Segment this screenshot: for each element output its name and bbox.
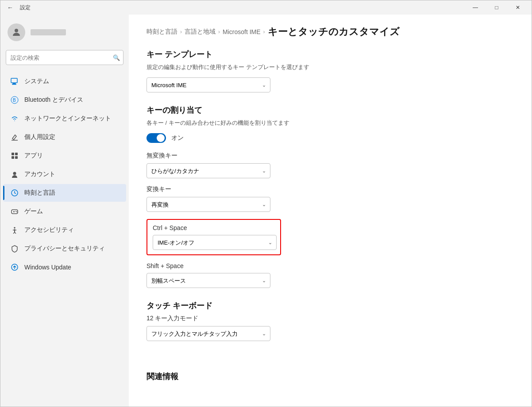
minimize-button[interactable]: —: [465, 0, 486, 15]
breadcrumb: 時刻と言語 › 言語と地域 › Microsoft IME › キーとタッチのカ…: [146, 25, 514, 38]
shift-space-dropdown-wrap: 別幅スペース ⌄: [146, 273, 270, 288]
breadcrumb-sep-1: ›: [180, 29, 182, 35]
sidebar-label-accessibility: アクセシビリティ: [24, 226, 74, 234]
svg-rect-1: [11, 78, 17, 83]
sidebar: 🔍 システム B Bluetooth とデバイス: [0, 15, 129, 407]
ctrl-space-dropdown[interactable]: IME-オン/オフ: [153, 235, 277, 250]
muhenkan-dropdown[interactable]: ひらがな/カタカナ: [146, 163, 270, 178]
user-profile: [0, 18, 129, 50]
close-button[interactable]: ✕: [508, 0, 528, 15]
time-icon: [10, 188, 19, 197]
sidebar-label-windows-update: Windows Update: [24, 264, 71, 271]
breadcrumb-part-1: 時刻と言語: [146, 28, 177, 36]
sidebar-label-system: システム: [24, 77, 49, 85]
henkan-dropdown-wrap: 再変換 ⌄: [146, 197, 270, 212]
content-area: 🔍 システム B Bluetooth とデバイス: [0, 15, 532, 407]
touch-mode-dropdown[interactable]: フリック入力とマルチタップ入力: [146, 326, 270, 341]
sidebar-label-apps: アプリ: [24, 152, 43, 160]
sidebar-label-accounts: アカウント: [24, 170, 55, 178]
touch-mode-label: 12 キー入力モード: [146, 315, 514, 323]
title-bar-controls: — □ ✕: [465, 0, 528, 15]
title-bar-left: ← 設定: [4, 1, 31, 14]
sidebar-label-network: ネットワークとインターネット: [24, 115, 111, 123]
svg-rect-3: [12, 84, 16, 85]
key-template-desc: 規定の編集および動作に使用するキー テンプレートを選びます: [146, 63, 514, 71]
search-box: 🔍: [6, 50, 123, 65]
username: [31, 29, 66, 35]
shift-space-dropdown[interactable]: 別幅スペース: [146, 273, 270, 288]
key-assign-desc: 各キー / キーの組み合わせに好みの機能を割り当てます: [146, 119, 514, 127]
sidebar-item-network[interactable]: ネットワークとインターネット: [3, 110, 126, 127]
sidebar-item-system[interactable]: システム: [3, 73, 126, 90]
svg-line-22: [15, 232, 16, 234]
personalization-icon: [10, 133, 19, 142]
svg-point-0: [15, 29, 18, 32]
title-bar: ← 設定 — □ ✕: [0, 0, 532, 15]
sidebar-label-privacy: プライバシーとセキュリティ: [24, 245, 105, 253]
key-template-title: キー テンプレート: [146, 49, 514, 60]
breadcrumb-sep-2: ›: [218, 29, 220, 35]
henkan-dropdown[interactable]: 再変換: [146, 197, 270, 212]
svg-rect-9: [12, 156, 14, 159]
sidebar-label-personalization: 個人用設定: [24, 133, 55, 141]
sidebar-item-apps[interactable]: アプリ: [3, 147, 126, 165]
svg-point-17: [16, 211, 17, 212]
sidebar-item-accessibility[interactable]: アクセシビリティ: [3, 221, 126, 239]
title-bar-title: 設定: [20, 4, 31, 12]
search-icon: 🔍: [113, 54, 120, 61]
toggle-knob: [157, 134, 165, 142]
muhenkan-label: 無変換キー: [146, 152, 514, 160]
breadcrumb-current: キーとタッチのカスタマイズ: [268, 25, 400, 38]
key-template-dropdown[interactable]: Microsoft IME: [146, 77, 270, 92]
maximize-button[interactable]: □: [486, 0, 507, 15]
key-template-section: キー テンプレート 規定の編集および動作に使用するキー テンプレートを選びます …: [146, 49, 514, 92]
sidebar-item-windows-update[interactable]: Windows Update: [3, 258, 126, 276]
accessibility-icon: [10, 226, 19, 234]
svg-text:B: B: [13, 98, 16, 103]
ctrl-space-dropdown-wrap: IME-オン/オフ ⌄: [153, 235, 277, 250]
svg-rect-10: [15, 156, 18, 159]
avatar: [8, 23, 25, 41]
system-icon: [10, 77, 19, 86]
svg-point-11: [13, 172, 16, 175]
key-assign-title: キーの割り当て: [146, 105, 514, 115]
settings-window: ← 設定 — □ ✕ 🔍: [0, 0, 532, 407]
muhenkan-dropdown-wrap: ひらがな/カタカナ ⌄: [146, 163, 270, 178]
accounts-icon: [10, 170, 19, 179]
search-input[interactable]: [6, 50, 123, 65]
touch-mode-dropdown-wrap: フリック入力とマルチタップ入力 ⌄: [146, 326, 270, 341]
breadcrumb-part-2: 言語と地域: [185, 28, 216, 36]
privacy-icon: [10, 244, 19, 253]
related-info-title: 関連情報: [146, 371, 514, 382]
svg-point-16: [15, 211, 16, 212]
apps-icon: [10, 151, 19, 160]
key-template-dropdown-wrap: Microsoft IME ⌄: [146, 77, 270, 92]
sidebar-item-bluetooth[interactable]: B Bluetooth とデバイス: [3, 91, 126, 109]
toggle-row: オン: [146, 133, 514, 143]
sidebar-item-privacy[interactable]: プライバシーとセキュリティ: [3, 240, 126, 257]
shift-space-label: Shift + Space: [146, 262, 514, 269]
network-icon: [10, 114, 19, 123]
bluetooth-icon: B: [10, 96, 19, 104]
back-button[interactable]: ←: [4, 1, 16, 14]
sidebar-label-gaming: ゲーム: [24, 207, 43, 215]
henkan-label: 変換キー: [146, 185, 514, 193]
sidebar-item-accounts[interactable]: アカウント: [3, 165, 126, 183]
ctrl-space-label: Ctrl + Space: [153, 224, 275, 231]
sidebar-label-bluetooth: Bluetooth とデバイス: [24, 96, 83, 104]
svg-point-18: [14, 227, 15, 229]
svg-rect-8: [15, 153, 18, 155]
sidebar-item-gaming[interactable]: ゲーム: [3, 203, 126, 220]
touch-keyboard-title: タッチ キーボード: [146, 300, 514, 311]
svg-rect-2: [12, 83, 16, 84]
sidebar-item-personalization[interactable]: 個人用設定: [3, 128, 126, 146]
key-assign-toggle[interactable]: [146, 133, 166, 143]
breadcrumb-sep-3: ›: [263, 29, 265, 35]
main-content: 時刻と言語 › 言語と地域 › Microsoft IME › キーとタッチのカ…: [129, 15, 532, 407]
svg-rect-7: [12, 153, 14, 155]
touch-keyboard-section: タッチ キーボード 12 キー入力モード フリック入力とマルチタップ入力 ⌄: [146, 300, 514, 341]
breadcrumb-part-3: Microsoft IME: [223, 28, 261, 35]
key-assign-section: キーの割り当て 各キー / キーの組み合わせに好みの機能を割り当てます オン 無…: [146, 105, 514, 288]
sidebar-item-time[interactable]: 時刻と言語: [3, 184, 126, 202]
sidebar-label-time: 時刻と言語: [24, 189, 55, 197]
